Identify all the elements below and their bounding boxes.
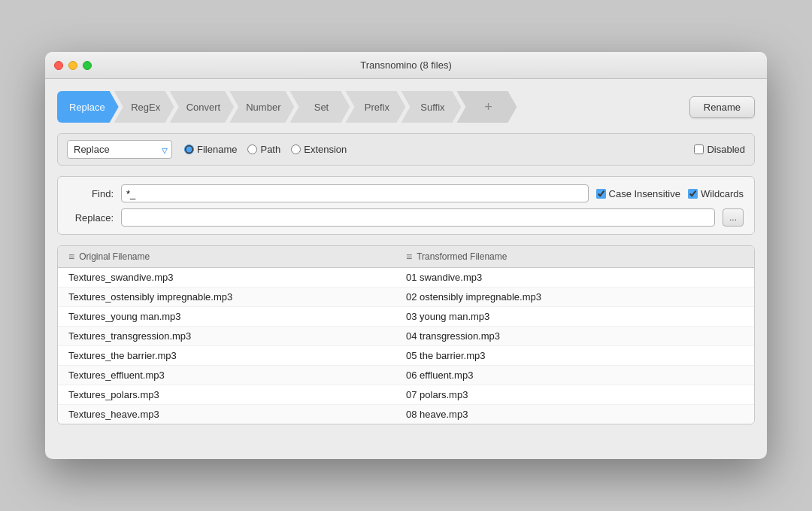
toolbar: Replace RegEx Convert Number Set Prefix xyxy=(57,91,755,123)
disabled-checkbox-label[interactable]: Disabled xyxy=(694,144,745,155)
minimize-button[interactable] xyxy=(68,61,77,70)
table-row[interactable]: Textures_swandive.mp3 01 swandive.mp3 xyxy=(58,268,754,287)
ellipsis-button[interactable]: ... xyxy=(723,208,744,227)
tab-suffix[interactable]: Suffix xyxy=(401,91,461,123)
table-row[interactable]: Textures_transgression.mp3 04 transgress… xyxy=(58,327,754,346)
table-row[interactable]: Textures_ostensibly impregnable.mp3 02 o… xyxy=(58,287,754,307)
table-row[interactable]: Textures_effluent.mp3 06 effluent.mp3 xyxy=(58,366,754,385)
maximize-button[interactable] xyxy=(83,61,92,70)
col-transformed-cell: 05 the barrier.mp3 xyxy=(406,350,744,361)
radio-extension[interactable]: Extension xyxy=(291,144,347,155)
col-icon-transformed: ≡ xyxy=(406,251,412,263)
tab-replace[interactable]: Replace xyxy=(57,91,119,123)
wildcards-label[interactable]: Wildcards xyxy=(688,188,744,199)
find-row: Find: Case Insensitive Wildcards xyxy=(68,184,744,202)
tab-convert[interactable]: Convert xyxy=(170,91,235,123)
col-header-original: ≡ Original Filename xyxy=(68,251,406,263)
col-transformed-cell: 04 transgression.mp3 xyxy=(406,330,744,342)
window-title: Transnomino (8 files) xyxy=(360,59,452,71)
bottom-spacer xyxy=(57,424,755,447)
mode-dropdown-wrap: Replace RegEx Convert Number Set Prefix … xyxy=(67,140,172,159)
replace-row: Replace: ... xyxy=(68,208,744,227)
close-button[interactable] xyxy=(54,61,63,70)
find-replace-panel: Find: Case Insensitive Wildcards Replace… xyxy=(57,176,755,235)
tab-prefix[interactable]: Prefix xyxy=(345,91,405,123)
col-original-cell: Textures_polars.mp3 xyxy=(68,389,406,400)
tab-number[interactable]: Number xyxy=(229,91,294,123)
col-icon-original: ≡ xyxy=(68,251,74,263)
col-transformed-cell: 06 effluent.mp3 xyxy=(406,370,744,381)
tab-add[interactable]: + xyxy=(456,91,517,123)
col-transformed-cell: 01 swandive.mp3 xyxy=(406,272,744,283)
radio-filename[interactable]: Filename xyxy=(184,144,237,155)
col-transformed-cell: 08 heave.mp3 xyxy=(406,409,744,420)
wildcards-checkbox[interactable] xyxy=(688,189,698,199)
app-window: Transnomino (8 files) Replace RegEx Conv… xyxy=(45,52,767,459)
col-original-cell: Textures_swandive.mp3 xyxy=(68,272,406,283)
col-original-cell: Textures_effluent.mp3 xyxy=(68,370,406,381)
table-header: ≡ Original Filename ≡ Transformed Filena… xyxy=(58,246,754,268)
col-transformed-cell: 07 polars.mp3 xyxy=(406,389,744,400)
disabled-checkbox[interactable] xyxy=(694,144,704,154)
find-input[interactable] xyxy=(121,184,589,202)
replace-input[interactable] xyxy=(121,208,715,227)
col-original-cell: Textures_transgression.mp3 xyxy=(68,330,406,342)
table-row[interactable]: Textures_polars.mp3 07 polars.mp3 xyxy=(58,385,754,405)
traffic-lights xyxy=(54,61,92,70)
table-row[interactable]: Textures_the barrier.mp3 05 the barrier.… xyxy=(58,346,754,366)
col-transformed-cell: 02 ostensibly impregnable.mp3 xyxy=(406,291,744,303)
radio-group: Filename Path Extension xyxy=(184,144,347,155)
col-original-cell: Textures_ostensibly impregnable.mp3 xyxy=(68,291,406,303)
col-transformed-cell: 03 young man.mp3 xyxy=(406,311,744,322)
case-insensitive-checkbox[interactable] xyxy=(596,189,606,199)
table-body: Textures_swandive.mp3 01 swandive.mp3 Te… xyxy=(58,268,754,424)
controls-row: Replace RegEx Convert Number Set Prefix … xyxy=(57,133,755,166)
table-row[interactable]: Textures_young man.mp3 03 young man.mp3 xyxy=(58,307,754,327)
col-original-cell: Textures_the barrier.mp3 xyxy=(68,350,406,361)
mode-dropdown[interactable]: Replace RegEx Convert Number Set Prefix … xyxy=(67,140,172,159)
find-label: Find: xyxy=(68,188,114,199)
col-header-transformed: ≡ Transformed Filename xyxy=(406,251,744,263)
file-table: ≡ Original Filename ≡ Transformed Filena… xyxy=(57,245,755,424)
case-insensitive-label[interactable]: Case Insensitive xyxy=(596,188,680,199)
tab-regex[interactable]: RegEx xyxy=(114,91,174,123)
rename-button[interactable]: Rename xyxy=(689,96,755,118)
content-area: Replace RegEx Convert Number Set Prefix xyxy=(45,79,767,459)
col-original-cell: Textures_young man.mp3 xyxy=(68,311,406,322)
radio-path[interactable]: Path xyxy=(247,144,280,155)
tab-set[interactable]: Set xyxy=(289,91,350,123)
tabs-container: Replace RegEx Convert Number Set Prefix xyxy=(57,91,512,123)
find-options: Case Insensitive Wildcards xyxy=(596,188,744,199)
titlebar: Transnomino (8 files) xyxy=(45,52,767,79)
col-original-cell: Textures_heave.mp3 xyxy=(68,409,406,420)
table-row[interactable]: Textures_heave.mp3 08 heave.mp3 xyxy=(58,405,754,424)
replace-label: Replace: xyxy=(68,212,114,224)
